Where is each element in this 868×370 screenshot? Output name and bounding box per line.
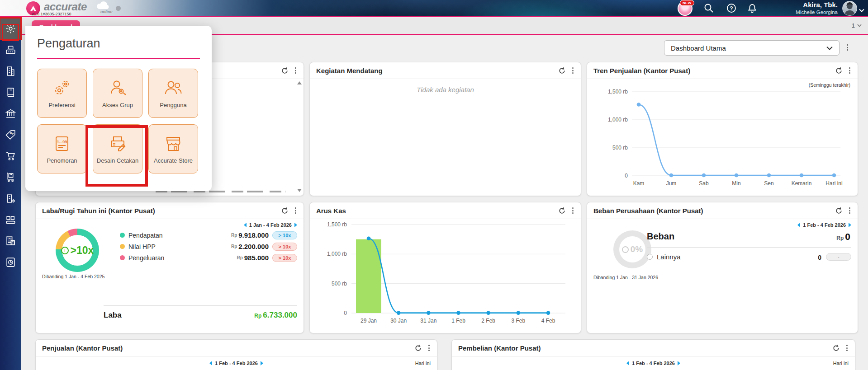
card-laba-rugi: Laba/Rugi Tahun ini (Kantor Pusat) 1 Jan… [35,202,304,333]
sidebar-item-delivery[interactable] [0,167,21,188]
laba-rugi-legend: Pendapatan Nilai HPP Pengeluaran [120,229,164,263]
user-menu-chevron-icon[interactable] [859,6,864,14]
brand-name: accurate [44,0,87,13]
card-title: Tren Penjualan (Kantor Pusat) [593,67,690,75]
pie-report-icon [5,257,16,268]
svg-text:31 Jan: 31 Jan [420,318,436,324]
legend-row: Pendapatan [120,229,164,241]
ratio-badge: > 10x [272,243,297,251]
sidebar-item-warehouse-conveyor[interactable] [0,209,21,230]
laba-rugi-donut-chart: ↑ >10x [56,229,99,272]
refresh-icon[interactable] [558,67,566,75]
shopping-cart-icon [5,150,16,162]
svg-text:0: 0 [344,310,347,316]
sidebar-item-sales-cart[interactable] [0,145,21,167]
date-next-icon[interactable] [294,223,297,227]
sidebar-item-ledger[interactable] [0,82,21,103]
svg-text:1,500 rb: 1,500 rb [327,221,347,228]
card-title: Laba/Rugi Tahun ini (Kantor Pusat) [42,207,155,215]
ratio-badge: > 10x [272,231,297,239]
dashboard-selector[interactable]: Dashboard Utama [664,40,840,56]
donut-center-text: >10x [71,244,94,257]
user-avatar[interactable] [842,1,857,16]
growth-up-icon: ↑ [61,247,69,254]
sidebar-item-cash-register[interactable] [0,39,21,61]
notifications-bell-icon[interactable] [747,3,757,13]
card-arus-kas: Arus Kas 0500 rb1,000 rb1,500 rb29 Jan30… [309,202,581,333]
card-menu-kebab-icon[interactable] [571,206,574,215]
svg-text:Min: Min [732,180,740,187]
svg-text:1,000 rb: 1,000 rb [327,251,347,257]
settings-tiles: Preferensi Akses Grup Pengguna 1...99 Pe… [37,69,200,173]
refresh-icon[interactable] [281,207,289,215]
sidebar-item-tax[interactable]: TAX [0,230,21,252]
brand-online-label: online [100,9,113,14]
sidebar-item-pricing[interactable]: Rp [0,124,21,145]
sidebar-item-asset-building[interactable] [0,188,21,209]
search-icon[interactable] [704,3,714,13]
app-version: v1.0.1#3605-2327150 [32,12,71,16]
date-prev-icon[interactable] [797,223,800,227]
page-indicator[interactable]: 1 [852,22,862,29]
svg-text:500 rb: 500 rb [332,281,347,287]
card-menu-kebab-icon[interactable] [427,344,431,352]
date-prev-icon[interactable] [244,223,247,227]
tile-akses-grup[interactable]: Akses Grup [93,69,142,118]
sidebar-item-settings[interactable] [0,18,21,39]
cash-register-icon [5,44,16,56]
refresh-icon[interactable] [832,344,840,352]
whats-new-avatar[interactable]: NEW [678,1,693,16]
scroll-up-icon[interactable] [297,81,302,84]
price-tag-rp-icon: Rp [5,129,16,141]
new-badge: NEW [680,0,694,6]
date-next-icon[interactable] [849,223,851,227]
value-row: Rp 2.200.000 > 10x [231,241,297,252]
date-prev-icon[interactable] [626,361,629,365]
print-design-icon [108,134,128,154]
dashboard-options-kebab-icon[interactable] [846,43,849,52]
tile-penomoran[interactable]: 1...99 Penomoran [37,124,87,173]
sidebar-item-company[interactable] [0,61,21,82]
user-menu[interactable]: Akira, Tbk. Michelle Georgina [764,1,838,15]
donut-center-text: 0% [631,244,643,254]
svg-text:Sen: Sen [764,180,773,187]
store-icon [163,134,183,154]
card-menu-kebab-icon[interactable] [571,66,574,75]
user-key-icon [108,78,128,98]
help-icon[interactable]: ? [726,3,736,13]
refresh-icon[interactable] [414,344,422,352]
card-menu-kebab-icon[interactable] [848,206,851,215]
card-kegiatan-mendatang: Kegiatan Mendatang Tidak ada kegiatan [309,62,581,196]
refresh-icon[interactable] [281,67,289,75]
divider [647,247,851,248]
card-menu-kebab-icon[interactable] [845,344,849,352]
scroll-down-icon[interactable] [297,189,302,192]
chevron-down-icon [857,24,862,27]
tile-accurate-store[interactable]: Accurate Store [148,124,198,173]
date-range: 1 Feb - 4 Feb 2026 [797,222,851,228]
legend-dot [120,233,125,238]
card-menu-kebab-icon[interactable] [294,206,297,215]
sidebar-item-bank[interactable] [0,103,21,124]
date-prev-icon[interactable] [209,361,212,365]
legend-dot [120,255,125,260]
card-tren-penjualan: Tren Penjualan (Kantor Pusat) (Seminggu … [587,62,858,196]
bank-icon [5,108,16,119]
date-range: 1 Jan - 4 Feb 2026 [244,222,297,228]
refresh-icon[interactable] [835,207,843,215]
building-gear-icon [5,193,16,204]
dashboard-selector-value: Dashboard Utama [671,44,726,52]
date-next-icon[interactable] [261,361,263,365]
refresh-icon[interactable] [835,67,843,75]
card-scrollbar[interactable] [296,81,302,192]
svg-text:29 Jan: 29 Jan [360,318,377,324]
building-icon [5,66,16,77]
date-next-icon[interactable] [678,361,680,365]
card-menu-kebab-icon[interactable] [294,66,297,75]
refresh-icon[interactable] [558,207,566,215]
card-menu-kebab-icon[interactable] [848,66,851,75]
sidebar-item-reports[interactable] [0,252,21,273]
tile-desain-cetakan[interactable]: Desain Cetakan [93,124,142,173]
tile-pengguna[interactable]: Pengguna [148,69,198,118]
tile-preferensi[interactable]: Preferensi [37,69,87,118]
